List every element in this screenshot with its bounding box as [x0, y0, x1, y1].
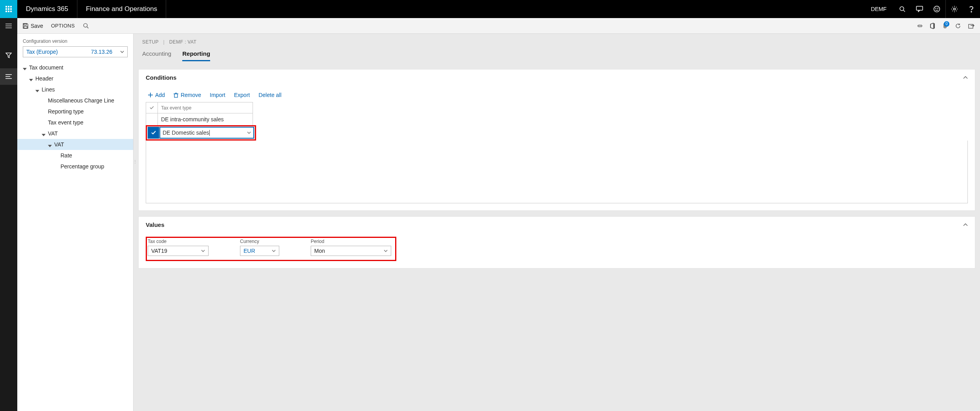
chevron-up-icon: [963, 223, 968, 227]
tree-node-tax-document[interactable]: Tax document: [17, 62, 133, 73]
left-rail: [0, 18, 17, 411]
svg-point-5: [938, 8, 938, 8]
tabs: Accounting Reporting: [142, 50, 971, 61]
highlighted-row-frame: DE Domestic sales: [146, 125, 256, 141]
row-value-input[interactable]: DE Domestic sales: [159, 127, 254, 139]
table-row[interactable]: DE intra-community sales: [146, 113, 253, 125]
tree-node-header[interactable]: Header: [17, 73, 133, 84]
hamburger-button[interactable]: [0, 18, 17, 34]
import-button[interactable]: Import: [210, 92, 225, 98]
conditions-empty-area: [146, 141, 968, 203]
popout-button[interactable]: [968, 23, 975, 29]
smiley-button[interactable]: [928, 0, 945, 18]
values-card: Values Tax code VAT19: [138, 216, 975, 269]
filter-button[interactable]: [0, 47, 17, 64]
tree-node-reporting-type[interactable]: Reporting type: [17, 106, 133, 117]
header-check-col[interactable]: [146, 102, 158, 113]
plus-icon: [148, 93, 153, 97]
svg-point-4: [936, 8, 936, 8]
brand-label[interactable]: Dynamics 365: [17, 0, 77, 18]
notification-button[interactable]: 0: [942, 23, 948, 29]
row-check[interactable]: [148, 127, 159, 139]
tree-node-percentage-group[interactable]: Percentage group: [17, 161, 133, 172]
tree-node-rate[interactable]: Rate: [17, 150, 133, 161]
office-icon: [930, 23, 935, 29]
svg-rect-18: [969, 24, 973, 28]
svg-point-3: [934, 6, 940, 12]
options-button[interactable]: OPTIONS: [51, 23, 75, 29]
period-label: Period: [311, 239, 391, 244]
config-version-dropdown[interactable]: Tax (Europe) 73.13.26: [23, 46, 128, 57]
company-label[interactable]: DEMF: [864, 6, 894, 12]
tab-reporting[interactable]: Reporting: [182, 50, 210, 61]
tree-node-vat[interactable]: VAT: [17, 128, 133, 139]
tax-code-dropdown[interactable]: VAT19: [148, 246, 209, 256]
add-button[interactable]: Add: [148, 92, 165, 98]
tax-code-label: Tax code: [148, 239, 209, 244]
global-search-button[interactable]: [894, 0, 911, 18]
tree-node-misc-charge-line[interactable]: Miscellaneous Charge Line: [17, 95, 133, 106]
field-currency: Currency EUR: [240, 239, 279, 256]
messages-button[interactable]: [911, 0, 928, 18]
svg-rect-2: [916, 6, 923, 10]
svg-line-17: [87, 27, 88, 28]
refresh-button[interactable]: [955, 23, 961, 29]
svg-point-6: [953, 8, 955, 10]
conditions-card: Conditions Add: [138, 69, 975, 211]
chevron-down-icon: [384, 250, 388, 252]
help-button[interactable]: [963, 0, 980, 18]
popout-icon: [968, 23, 975, 29]
svg-rect-21: [174, 94, 178, 97]
tree-node-vat-child[interactable]: VAT: [17, 139, 133, 150]
row-value[interactable]: DE intra-community sales: [158, 113, 253, 125]
search-icon: [899, 6, 905, 12]
header-tax-event-type[interactable]: Tax event type: [158, 102, 253, 113]
hamburger-icon: [5, 24, 12, 28]
row-check[interactable]: [146, 113, 158, 125]
list-button[interactable]: [0, 68, 17, 85]
list-icon: [5, 74, 12, 79]
product-label: Finance and Operations: [77, 0, 166, 18]
delete-all-button[interactable]: Delete all: [258, 92, 281, 98]
action-bar: Save OPTIONS 0: [17, 18, 980, 34]
save-icon: [23, 23, 28, 29]
table-row[interactable]: DE Domestic sales: [148, 127, 254, 139]
help-icon: [969, 5, 974, 13]
check-icon: [151, 131, 156, 135]
page-search-button[interactable]: [83, 23, 89, 29]
export-button[interactable]: Export: [234, 92, 250, 98]
svg-rect-14: [24, 24, 26, 25]
svg-point-7: [971, 11, 972, 12]
config-version-name: Tax (Europe): [26, 49, 58, 55]
tab-accounting[interactable]: Accounting: [142, 50, 171, 61]
svg-line-1: [903, 10, 905, 12]
currency-dropdown[interactable]: EUR: [240, 246, 279, 256]
period-dropdown[interactable]: Mon: [311, 246, 391, 256]
gear-icon: [951, 5, 958, 13]
app-launcher-button[interactable]: [0, 0, 17, 18]
splitter-handle[interactable]: ⋮: [134, 155, 137, 167]
chat-icon: [916, 6, 923, 12]
chevron-up-icon: [963, 76, 968, 79]
values-title: Values: [146, 221, 165, 228]
settings-button[interactable]: [945, 0, 963, 18]
values-header[interactable]: Values: [139, 217, 975, 233]
currency-label: Currency: [240, 239, 279, 244]
crumb-setup[interactable]: SETUP: [142, 39, 159, 45]
remove-button[interactable]: Remove: [174, 92, 201, 98]
crumb-demf-vat: DEMF : VAT: [169, 39, 197, 45]
tree-node-lines[interactable]: Lines: [17, 84, 133, 95]
tree-node-tax-event-type[interactable]: Tax event type: [17, 117, 133, 128]
attach-button[interactable]: [917, 23, 923, 29]
chevron-down-icon: [272, 250, 276, 252]
office-button[interactable]: [930, 23, 935, 29]
search-icon: [83, 23, 89, 29]
check-icon: [150, 106, 154, 110]
trash-icon: [174, 93, 178, 98]
conditions-header[interactable]: Conditions: [139, 69, 975, 86]
conditions-table: Tax event type DE intra-community sales: [146, 102, 253, 126]
breadcrumb: SETUP | DEMF : VAT: [142, 39, 971, 45]
config-section-label: Configuration version: [17, 38, 133, 46]
save-button[interactable]: Save: [23, 23, 43, 29]
diamond-icon: [917, 23, 923, 29]
